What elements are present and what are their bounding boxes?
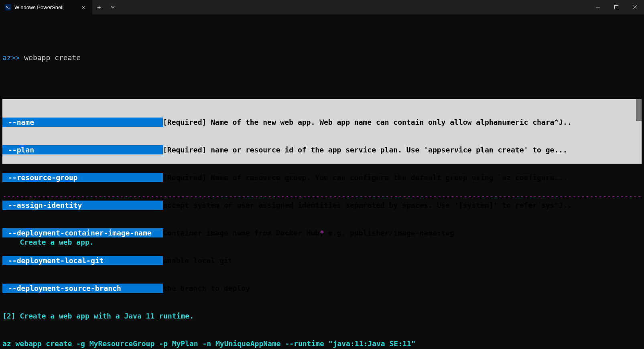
suggestion-desc: [Required] Name of resource group. You c… [163,173,636,182]
suggestion-scrollbar[interactable] [636,99,642,164]
suggestion-flags: --name --plan --resource-group --assign-… [2,99,163,164]
tab-powershell[interactable]: >_ Windows PowerShell ✕ [0,0,92,14]
titlebar: >_ Windows PowerShell ✕ ＋ [0,0,644,14]
suggestion-item[interactable]: --plan [2,145,163,154]
maximize-button[interactable] [607,0,626,14]
suggestion-scrollbar-thumb[interactable] [636,99,642,121]
example-line: [2] Create a web app with a Java 11 runt… [2,311,642,321]
suggestion-item[interactable]: --deployment-local-git [2,256,163,265]
minimize-button[interactable] [589,0,607,14]
svg-rect-1 [615,6,618,9]
suggestion-desc: enable local git [163,256,636,265]
headline-star-icon: * [320,228,324,237]
suggestion-item[interactable]: --assign-identity [2,201,163,210]
window-controls [589,0,644,14]
suggestion-desc: accept system or user assigned identitie… [163,201,636,210]
suggestion-panel: --name --plan --resource-group --assign-… [2,99,642,164]
suggestion-item[interactable]: --name [2,118,163,127]
suggestion-descriptions: [Required] Name of the new web app. Web … [163,99,642,164]
tab-dropdown-button[interactable] [106,0,120,14]
close-tab-button[interactable]: ✕ [79,3,87,11]
suggestion-desc: [Required] Name of the new web app. Web … [163,118,636,127]
suggestion-item[interactable]: --deployment-source-branch [2,284,163,293]
powershell-icon: >_ [5,4,11,10]
prompt-command: webapp create [24,53,81,62]
suggestion-desc: the branch to deploy [163,284,636,293]
tab-title: Windows PowerShell [14,4,63,10]
headline-row: Create a web app. * [2,228,642,237]
headline: Create a web app. [20,238,93,246]
close-window-button[interactable] [626,0,644,14]
suggestion-desc: [Required] name or resource id of the ap… [163,145,636,154]
prompt-prefix: az>> [2,53,20,62]
prompt-line: az>> webapp create [2,53,642,62]
example-line: az webapp create -g MyResourceGroup -p M… [2,339,642,348]
suggestion-item[interactable]: --resource-group [2,173,163,182]
new-tab-button[interactable]: ＋ [92,0,106,14]
terminal[interactable]: az>> webapp create --name --plan --resou… [0,14,644,349]
